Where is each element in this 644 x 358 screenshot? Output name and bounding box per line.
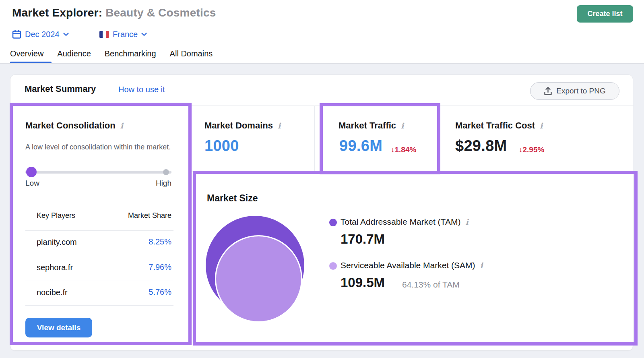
tam-value: 170.7M <box>341 232 385 247</box>
page-title-market: Beauty & Cosmetics <box>105 6 216 19</box>
market-domains-value: 1000 <box>204 137 239 155</box>
sam-value: 109.5M <box>341 275 385 290</box>
chevron-down-icon <box>63 33 69 36</box>
scale-high-label: High <box>147 179 171 188</box>
market-traffic-cost-title-text: Market Traffic Cost <box>455 120 535 130</box>
market-domains-title: Market Domainsi <box>204 120 281 131</box>
market-traffic-cost-value: $29.8M <box>455 137 507 155</box>
market-traffic-title: Market Traffici <box>339 120 404 131</box>
tab-bar: Overview Audience Benchmarking All Domai… <box>10 49 213 63</box>
country-selector[interactable]: France <box>99 28 147 40</box>
consolidation-right-border <box>190 106 191 345</box>
metrics-divider-1 <box>314 106 315 171</box>
country-label: France <box>113 30 138 39</box>
market-traffic-cost-title: Market Traffic Costi <box>455 120 543 131</box>
consolidation-description: A low level of consolidation within the … <box>25 142 173 153</box>
tam-label-text: Total Addressable Market (TAM) <box>341 217 460 226</box>
page-title-prefix: Market Explorer: <box>12 6 102 19</box>
calendar-icon <box>12 29 21 39</box>
tab-benchmarking[interactable]: Benchmarking <box>105 49 156 63</box>
key-player-share[interactable]: 5.76% <box>105 288 171 297</box>
table-divider <box>25 256 173 256</box>
sam-circle <box>215 235 302 323</box>
consolidation-title-text: Market Consolidation <box>25 120 116 130</box>
scale-low-label: Low <box>25 179 39 188</box>
sam-legend-dot <box>329 262 337 270</box>
table-divider <box>25 281 173 281</box>
consolidation-slider-track <box>25 171 171 174</box>
market-traffic-change: ↓1.84% <box>391 145 416 154</box>
market-traffic-title-text: Market Traffic <box>339 120 396 130</box>
tam-legend-dot <box>329 219 337 226</box>
info-icon[interactable]: i <box>401 121 404 130</box>
tab-all-domains[interactable]: All Domains <box>170 49 213 63</box>
info-icon[interactable]: i <box>120 121 123 130</box>
info-icon[interactable]: i <box>278 121 281 130</box>
key-player-domain: planity.com <box>37 238 77 247</box>
market-traffic-value: 99.6M <box>339 137 382 155</box>
table-divider <box>25 230 173 231</box>
info-icon[interactable]: i <box>465 217 468 226</box>
key-player-domain: sephora.fr <box>37 263 73 272</box>
market-size-title: Market Size <box>207 193 258 204</box>
market-share-column-header: Market Share <box>105 211 171 220</box>
key-player-domain: nocibe.fr <box>37 288 68 297</box>
sam-share-of-tam: 64.13% of TAM <box>402 280 460 290</box>
export-to-png-label: Export to PNG <box>556 87 606 95</box>
market-explorer-page: Market Explorer: Beauty & Cosmetics Crea… <box>0 0 644 358</box>
tab-audience[interactable]: Audience <box>57 49 91 63</box>
key-players-column-header: Key Players <box>37 211 75 220</box>
page-title: Market Explorer: Beauty & Cosmetics <box>12 6 216 19</box>
table-divider <box>25 305 173 306</box>
upload-icon <box>544 87 552 95</box>
view-details-button[interactable]: View details <box>25 318 92 337</box>
metrics-top-border <box>190 106 634 106</box>
create-list-button[interactable]: Create list <box>577 5 633 23</box>
chevron-down-icon <box>141 33 147 36</box>
export-to-png-button[interactable]: Export to PNG <box>530 82 619 100</box>
market-summary-card: Market Summary How to use it Export to P… <box>10 74 633 351</box>
france-flag-icon <box>99 31 109 38</box>
key-player-share[interactable]: 7.96% <box>105 263 171 272</box>
consolidation-section-title: Market Consolidationi <box>25 120 123 131</box>
how-to-use-it-link[interactable]: How to use it <box>118 85 165 94</box>
metrics-divider-2 <box>432 106 432 171</box>
tam-legend-label: Total Addressable Market (TAM)i <box>341 217 469 227</box>
key-player-share[interactable]: 8.25% <box>105 237 171 246</box>
date-label: Dec 2024 <box>25 30 60 39</box>
consolidation-slider-knob-high <box>163 169 169 175</box>
tab-overview[interactable]: Overview <box>10 49 43 63</box>
date-selector[interactable]: Dec 2024 <box>12 28 69 40</box>
metrics-bottom-border <box>190 171 634 172</box>
info-icon[interactable]: i <box>480 261 483 270</box>
sam-legend-label: Serviceable Available Market (SAM)i <box>341 261 483 270</box>
sam-label-text: Serviceable Available Market (SAM) <box>341 261 475 270</box>
market-traffic-cost-change: ↓2.95% <box>519 145 544 154</box>
info-icon[interactable]: i <box>540 121 543 130</box>
market-domains-title-text: Market Domains <box>204 120 273 130</box>
card-title: Market Summary <box>25 84 96 94</box>
consolidation-slider-knob-low <box>26 167 37 177</box>
